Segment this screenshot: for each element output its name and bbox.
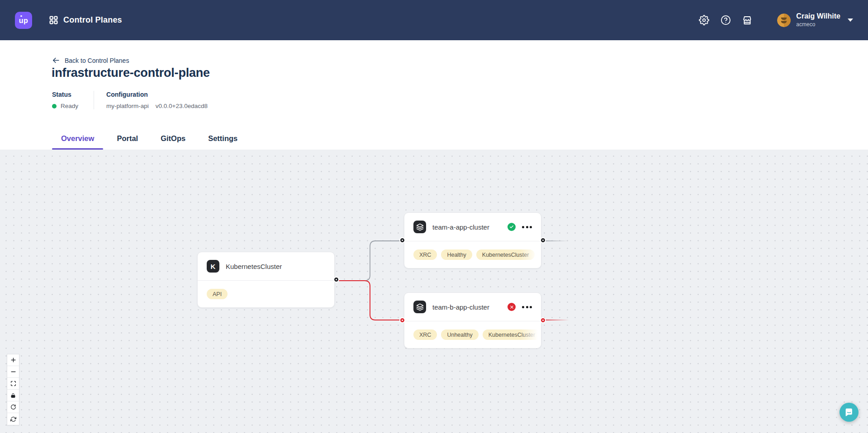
tab-bar: Overview Portal GitOps Settings xyxy=(52,134,247,150)
user-name: Craig Wilhite xyxy=(796,12,840,20)
user-org: acmeco xyxy=(796,22,840,28)
configuration-label: Configuration xyxy=(106,91,208,98)
graph-canvas[interactable]: K KubernetesCluster API team-a-app-clust… xyxy=(0,150,868,433)
status-label: Status xyxy=(52,91,78,98)
connection-handle-target xyxy=(400,318,404,322)
layers-icon xyxy=(413,301,426,313)
connection-handle-source xyxy=(541,238,545,242)
lock-button[interactable] xyxy=(7,390,19,401)
chat-launcher-button[interactable] xyxy=(840,403,859,422)
zoom-in-button[interactable] xyxy=(7,354,19,366)
zoom-out-button[interactable] xyxy=(7,366,19,378)
canvas-controls xyxy=(7,354,19,425)
status-value: Ready xyxy=(61,103,78,109)
unhealthy-x-icon xyxy=(508,303,516,311)
connection-handle-source xyxy=(334,278,338,282)
node-title: team-a-app-cluster xyxy=(432,223,508,231)
graph-edges xyxy=(0,150,868,433)
configuration-version: v0.0.0+23.0edacd8 xyxy=(156,103,208,109)
upbound-logo[interactable]: up xyxy=(15,12,32,29)
status-section: Status Ready xyxy=(52,91,94,109)
badge-healthy: Healthy xyxy=(441,249,472,260)
back-link[interactable]: Back to Control Planes xyxy=(52,56,129,64)
configuration-section: Configuration my-platform-api v0.0.0+23.… xyxy=(94,91,208,109)
more-menu-ellipsis[interactable] xyxy=(522,226,532,228)
badge-unhealthy: Unhealthy xyxy=(441,329,478,340)
chevron-down-icon xyxy=(848,19,853,22)
tab-overview[interactable]: Overview xyxy=(52,134,103,150)
help-icon[interactable] xyxy=(720,15,731,26)
tab-gitops[interactable]: GitOps xyxy=(152,134,194,150)
logo-text: up xyxy=(19,17,28,25)
rotate-button[interactable] xyxy=(7,401,19,413)
node-team-a-app-cluster[interactable]: team-a-app-cluster XRC Healthy Kubernete… xyxy=(404,212,541,268)
edge-to-team-a xyxy=(335,241,404,281)
arrow-left-icon xyxy=(52,56,60,64)
back-link-label: Back to Control Planes xyxy=(65,57,129,64)
apps-grid-icon xyxy=(49,15,58,25)
page-header: Back to Control Planes infrastructure-co… xyxy=(0,40,868,150)
app-title: Control Planes xyxy=(63,15,122,25)
more-menu-ellipsis[interactable] xyxy=(522,306,532,308)
marketplace-icon[interactable] xyxy=(742,15,753,26)
k-letter-icon: K xyxy=(207,260,219,273)
page-title: infrastructure-control-plane xyxy=(52,66,210,80)
node-team-b-app-cluster[interactable]: team-b-app-cluster XRC Unhealthy Kuberne… xyxy=(404,292,541,348)
configuration-name: my-platform-api xyxy=(106,103,149,109)
layers-icon xyxy=(413,221,426,233)
node-title: KubernetesCluster xyxy=(226,263,325,270)
avatar xyxy=(777,14,791,27)
badge-kind: KubernetesCluster xyxy=(476,249,535,260)
node-title: team-b-app-cluster xyxy=(432,303,508,311)
badge-kind: KubernetesCluster xyxy=(483,329,541,340)
user-menu[interactable]: Craig Wilhite acmeco xyxy=(777,12,853,28)
badge-xrc: XRC xyxy=(413,249,437,260)
badge-api: API xyxy=(207,289,228,299)
tab-portal[interactable]: Portal xyxy=(108,134,147,150)
node-kubernetescluster[interactable]: K KubernetesCluster API xyxy=(197,252,335,308)
meta-row: Status Ready Configuration my-platform-a… xyxy=(52,91,208,109)
connection-handle-target xyxy=(400,238,404,242)
healthy-check-icon xyxy=(508,223,516,231)
top-nav: up Control Planes xyxy=(0,0,868,40)
settings-gear-icon[interactable] xyxy=(698,15,709,26)
connection-handle-source xyxy=(541,318,545,322)
tab-settings[interactable]: Settings xyxy=(199,134,247,150)
edge-to-team-b xyxy=(335,281,404,320)
fit-view-button[interactable] xyxy=(7,378,19,390)
badge-xrc: XRC xyxy=(413,329,437,340)
status-indicator-dot xyxy=(52,104,57,108)
chat-bubble-icon xyxy=(844,407,854,417)
refresh-sync-button[interactable] xyxy=(7,413,19,425)
